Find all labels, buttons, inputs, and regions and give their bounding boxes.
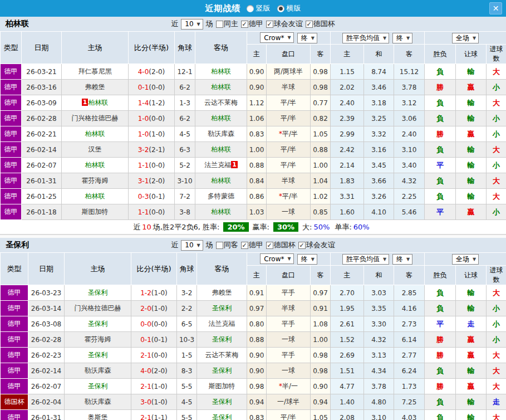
corner-cell: 5-2 [175, 158, 195, 173]
away-team-name: 圣保利 [212, 398, 232, 406]
home-team-cell: 柏林联 [62, 158, 129, 173]
result-wdl: 負 [425, 301, 456, 316]
corner-cell: 6-3 [175, 142, 195, 158]
close-button[interactable]: ✕ [489, 2, 502, 14]
same-venue-checkbox[interactable] [216, 242, 223, 249]
handicap-away-odds: 0.98 [311, 363, 331, 379]
competition-label: 德甲 [249, 240, 263, 250]
header-group-row: 类型日期主场比分(半场)角球客场Crow*▼终▼胜平负均值▼终▼全场▼ [1, 32, 506, 45]
home-team-cell: 弗赖堡 [62, 80, 129, 95]
group2-select-1-value: 终 [396, 33, 403, 43]
competition-filter: 德国杯 [266, 240, 296, 250]
half-time-score: (0-0) [149, 162, 165, 169]
radio-horizontal[interactable]: 横版 [277, 3, 301, 13]
sub-col-header: 客 [311, 266, 331, 285]
group2-select-1[interactable]: 终▼ [392, 33, 412, 43]
away-team-name: 柏林联 [211, 145, 231, 153]
home-team-cell: 门兴格拉德巴赫 [62, 111, 129, 126]
type-cell: 德甲 [1, 285, 28, 301]
group1-select-0[interactable]: Crow*▼ [260, 32, 293, 43]
avg-away-odds: 3.78 [394, 80, 425, 95]
handicap-away-odds: 1.08 [311, 316, 331, 332]
same-venue-checkbox[interactable] [216, 21, 223, 28]
handicap-home-odds: 0.86 [247, 189, 267, 204]
full-time-score: 2-1 [140, 414, 151, 420]
competition-checkbox-0[interactable] [241, 21, 248, 28]
rounds-select[interactable]: 10▼ [181, 19, 203, 30]
type-cell: 德国杯 [1, 394, 28, 410]
corner-cell: 3-2 [177, 285, 197, 301]
away-team-name: 法兰克福 [209, 320, 235, 328]
competition-filter: 德国杯 [306, 19, 335, 29]
date-cell: 26-03-23 [28, 285, 65, 301]
result-goals: 小 [487, 80, 506, 95]
group2-select-0[interactable]: 胜平负均值▼ [342, 254, 389, 265]
chevron-down-icon: ▼ [197, 243, 200, 248]
chevron-down-icon: ▼ [287, 35, 291, 40]
score-cell: 3-1(2-0) [129, 173, 175, 189]
group1-select-0[interactable]: Crow*▼ [260, 253, 293, 264]
avg-home-odds: 2.61 [331, 316, 364, 332]
group2-select-1[interactable]: 终▼ [392, 254, 412, 265]
handicap-home-odds: 0.98 [247, 379, 267, 394]
half-time-score: (2-0) [149, 177, 165, 185]
type-cell: 德甲 [1, 316, 28, 332]
competition-checkbox-2[interactable] [306, 21, 313, 28]
away-team-cell: 圣保利 [197, 301, 247, 316]
result-wdl: 平 [425, 316, 456, 332]
half-time-score: (1-0) [151, 383, 168, 390]
competition-checkbox-2[interactable] [298, 242, 306, 249]
handicap-home-odds: 1.06 [247, 111, 267, 126]
avg-draw-odds: 4.32 [364, 332, 394, 348]
result-wdl: 負 [425, 173, 456, 189]
group3-select-0[interactable]: 全场▼ [452, 33, 479, 43]
score-cell: 4-0(2-0) [129, 64, 175, 80]
group2-select-0[interactable]: 胜平负均值▼ [342, 33, 389, 43]
group3-select-0[interactable]: 全场▼ [452, 254, 479, 265]
chevron-down-icon: ▼ [287, 256, 291, 261]
group1-select-1[interactable]: 终▼ [297, 33, 317, 43]
group2-select-0-value: 胜平负均值 [346, 33, 380, 43]
half-time-score: (0-0) [149, 84, 165, 91]
col-header-5: 客场 [195, 32, 247, 64]
type-cell: 德甲 [1, 126, 22, 142]
handicap-cell: 平手 [267, 348, 311, 363]
radio-vertical[interactable]: 竖版 [247, 3, 271, 13]
home-team-name: 圣保利 [88, 320, 108, 328]
home-team-name: 圣保利 [88, 382, 108, 390]
group-header-3: 全场▼ [425, 253, 506, 266]
filter-bar: 近10▼场同客德甲德国杯球会友谊 [171, 240, 335, 251]
col-header-0: 类型 [1, 253, 28, 285]
radio-horizontal-icon[interactable] [277, 5, 284, 12]
home-team-cell: 圣保利 [65, 379, 131, 394]
result-handicap: 贏 [456, 332, 487, 348]
result-goals: 大 [487, 173, 506, 189]
chevron-down-icon: ▼ [473, 36, 476, 41]
handicap-away-odds: 1.05 [311, 126, 331, 142]
handicap-cell: 平/半 [267, 95, 311, 111]
radio-vertical-icon[interactable] [247, 5, 254, 12]
avg-draw-odds: 3.26 [364, 189, 394, 204]
handicap-home-odds: 0.88 [247, 158, 267, 173]
handicap-value: 一球 [282, 335, 295, 343]
rounds-select[interactable]: 10▼ [181, 240, 203, 251]
competition-checkbox-1[interactable] [266, 21, 273, 28]
summary-count: 10 [142, 223, 151, 231]
competition-checkbox-1[interactable] [266, 242, 273, 249]
group1-select-1[interactable]: 终▼ [297, 254, 317, 265]
section-2: 圣保利近10▼场同客德甲德国杯球会友谊类型日期主场比分(半场)角球客场Crow*… [0, 238, 506, 420]
handicap-away-odds: 0.97 [311, 285, 331, 301]
score-cell: 0-3(0-1) [129, 189, 175, 204]
corner-cell: 5-5 [177, 379, 197, 394]
avg-away-odds: 4.16 [394, 301, 425, 316]
home-team-name: 柏林联 [85, 161, 105, 169]
corner-cell: 12-1 [175, 64, 195, 80]
handicap-cell: 半球 [267, 80, 311, 95]
competition-checkbox-0[interactable] [241, 242, 248, 249]
half-time-score: (1-0) [151, 289, 168, 297]
col-header-3: 比分(半场) [131, 253, 177, 285]
away-team-cell: 法兰克福 [197, 316, 247, 332]
type-cell: 德甲 [1, 142, 22, 158]
home-team-cell: 圣保利 [65, 316, 131, 332]
handicap-home-odds: 0.83 [247, 126, 267, 142]
